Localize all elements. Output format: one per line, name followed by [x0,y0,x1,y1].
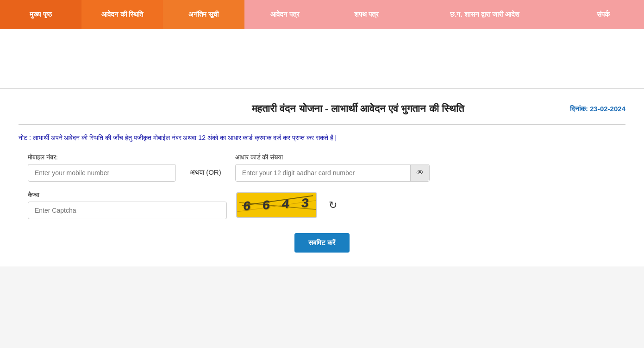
aadhar-group: आधार कार्ड की संख्या 👁 [235,153,430,182]
nav-application-form[interactable]: आवेदन पत्र [244,0,326,29]
mobile-aadhar-row: मोबाइल नंबर: अथवा (OR) आधार कार्ड की संख… [28,153,616,182]
toggle-visibility-button[interactable]: 👁 [410,165,429,181]
mobile-input[interactable] [28,164,176,182]
aadhar-wrapper: 👁 [235,164,430,182]
main-content: महतारी वंदन योजना - लाभार्थी आवेदन एवं भ… [0,89,644,266]
captcha-label: कैप्चा [28,191,227,199]
note-text: नोट : लाभार्थी अपने आवेदन की स्थिति की ज… [19,134,625,142]
header-banner [0,29,644,89]
mobile-group: मोबाइल नंबर: [28,153,176,182]
submit-button[interactable]: सबमिट करें [294,233,350,253]
mobile-label: मोबाइल नंबर: [28,153,176,161]
nav-application-status[interactable]: आवेदन की स्थिति [81,0,163,29]
refresh-captcha-button[interactable]: ↻ [326,197,339,214]
nav-home[interactable]: मुख्य पृष्ठ [0,0,81,29]
aadhar-input[interactable] [236,165,410,181]
captcha-group: कैप्चा [28,191,227,219]
captcha-input[interactable] [28,202,227,219]
form-section: मोबाइल नंबर: अथवा (OR) आधार कार्ड की संख… [19,153,625,253]
captcha-row: कैप्चा 6 6 4 3 ↻ [28,191,616,219]
nav-govt-order[interactable]: छ.ग. शासन द्वारा जारी आदेश [407,0,563,29]
or-label: अथवा (OR) [185,168,226,177]
nav-contact[interactable]: संपर्क [563,0,644,29]
captcha-value: 6 6 4 3 [242,196,311,214]
nav-affidavit[interactable]: शपथ पत्र [326,0,407,29]
captcha-image: 6 6 4 3 [236,192,317,218]
submit-row: सबमिट करें [28,233,616,253]
date-label: दिनांक: 23-02-2024 [570,105,625,113]
nav-provisional-list[interactable]: अनंतिम सूची [163,0,244,29]
main-nav: मुख्य पृष्ठ आवेदन की स्थिति अनंतिम सूची … [0,0,644,29]
aadhar-label: आधार कार्ड की संख्या [235,153,430,161]
page-title: महतारी वंदन योजना - लाभार्थी आवेदन एवं भ… [146,103,570,115]
page-header: महतारी वंदन योजना - लाभार्थी आवेदन एवं भ… [19,103,625,115]
divider [19,124,625,125]
